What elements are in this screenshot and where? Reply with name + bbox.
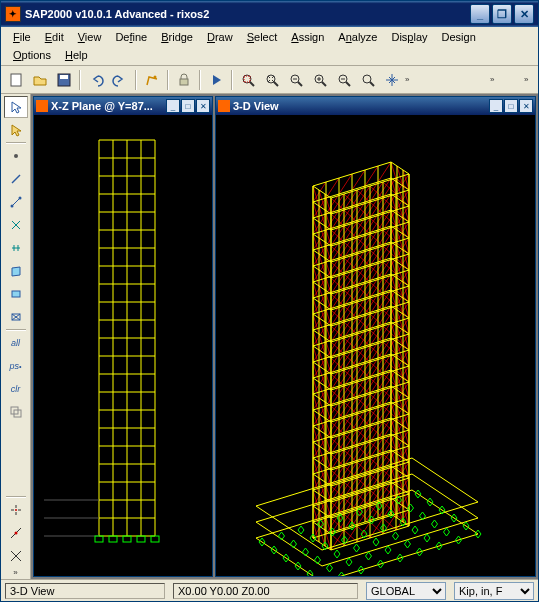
close-button[interactable]: ✕ bbox=[514, 4, 534, 24]
svg-point-27 bbox=[15, 509, 17, 511]
snap-mid-button[interactable] bbox=[4, 522, 28, 544]
svg-line-505 bbox=[357, 238, 370, 250]
menu-help[interactable]: Help bbox=[59, 47, 94, 63]
save-button[interactable] bbox=[53, 69, 75, 91]
menu-options[interactable]: Options bbox=[7, 47, 57, 63]
window-xz-titlebar[interactable]: X-Z Plane @ Y=87... _ □ ✕ bbox=[34, 97, 212, 115]
svg-line-163 bbox=[331, 470, 344, 482]
svg-line-355 bbox=[331, 342, 344, 354]
draw-brace-button[interactable] bbox=[4, 214, 28, 236]
svg-line-283 bbox=[331, 390, 344, 402]
svg-line-118 bbox=[344, 498, 357, 510]
xz-close-button[interactable]: ✕ bbox=[196, 99, 210, 113]
svg-line-529 bbox=[357, 222, 370, 234]
zoom-window-button[interactable] bbox=[237, 69, 259, 91]
units-select[interactable]: Kip, in, F bbox=[454, 582, 534, 600]
xz-maximize-button[interactable]: □ bbox=[181, 99, 195, 113]
svg-line-379 bbox=[331, 326, 344, 338]
svg-point-16 bbox=[363, 75, 371, 83]
draw-rect-button[interactable] bbox=[4, 283, 28, 305]
svg-line-436 bbox=[370, 282, 383, 294]
mdi-area: X-Z Plane @ Y=87... _ □ ✕ 3-D View _ □ ✕ bbox=[31, 94, 538, 579]
minimize-button[interactable]: _ bbox=[470, 4, 490, 24]
draw-special-button[interactable] bbox=[4, 145, 28, 167]
prev-select-button[interactable]: ps• bbox=[4, 355, 28, 377]
pan-button[interactable] bbox=[381, 69, 403, 91]
3d-close-button[interactable]: ✕ bbox=[519, 99, 533, 113]
draw-quick-area-button[interactable] bbox=[4, 306, 28, 328]
svg-line-358 bbox=[344, 338, 357, 350]
svg-line-307 bbox=[331, 374, 344, 386]
snap-point-button[interactable] bbox=[4, 499, 28, 521]
draw-quick-frame-button[interactable] bbox=[4, 191, 28, 213]
3d-maximize-button[interactable]: □ bbox=[504, 99, 518, 113]
new-button[interactable] bbox=[5, 69, 27, 91]
zoom-in-button[interactable] bbox=[309, 69, 331, 91]
open-button[interactable] bbox=[29, 69, 51, 91]
xz-viewport[interactable] bbox=[34, 115, 212, 576]
menu-assign[interactable]: Assign bbox=[285, 29, 330, 45]
clear-select-button[interactable]: clr bbox=[4, 378, 28, 400]
svg-line-259 bbox=[331, 406, 344, 418]
reshape-button[interactable] bbox=[4, 119, 28, 141]
svg-line-193 bbox=[357, 446, 370, 458]
menu-view[interactable]: View bbox=[72, 29, 108, 45]
run-button[interactable] bbox=[205, 69, 227, 91]
svg-line-403 bbox=[331, 310, 344, 322]
restore-button[interactable]: ❐ bbox=[492, 4, 512, 24]
menu-analyze[interactable]: Analyze bbox=[332, 29, 383, 45]
toolbar-overflow-2[interactable]: » bbox=[490, 75, 500, 84]
xz-minimize-button[interactable]: _ bbox=[166, 99, 180, 113]
lock-button[interactable] bbox=[173, 69, 195, 91]
svg-line-430 bbox=[344, 290, 357, 302]
menu-file[interactable]: File bbox=[7, 29, 37, 45]
svg-line-580 bbox=[370, 186, 383, 198]
zoom-out-button[interactable] bbox=[333, 69, 355, 91]
svg-line-313 bbox=[357, 366, 370, 378]
draw-secondary-button[interactable] bbox=[4, 237, 28, 259]
3d-minimize-button[interactable]: _ bbox=[489, 99, 503, 113]
svg-line-148 bbox=[370, 474, 383, 486]
snap-line-button[interactable] bbox=[4, 545, 28, 567]
menu-display[interactable]: Display bbox=[385, 29, 433, 45]
menu-define[interactable]: Define bbox=[109, 29, 153, 45]
app-icon: ✦ bbox=[5, 6, 21, 22]
svg-line-145 bbox=[357, 478, 370, 490]
svg-line-241 bbox=[357, 414, 370, 426]
svg-line-457 bbox=[357, 270, 370, 282]
zoom-prev-button[interactable] bbox=[285, 69, 307, 91]
window-3d-titlebar[interactable]: 3-D View _ □ ✕ bbox=[216, 97, 535, 115]
zoom-extents-button[interactable] bbox=[261, 69, 283, 91]
svg-line-526 bbox=[344, 226, 357, 238]
menu-edit[interactable]: Edit bbox=[39, 29, 70, 45]
svg-line-508 bbox=[370, 234, 383, 246]
redo-button[interactable] bbox=[109, 69, 131, 91]
zoom-one-button[interactable] bbox=[357, 69, 379, 91]
intersect-select-button[interactable] bbox=[4, 401, 28, 423]
select-all-button[interactable]: all bbox=[4, 332, 28, 354]
status-bar: 3-D View X0.00 Y0.00 Z0.00 GLOBAL Kip, i… bbox=[1, 579, 538, 601]
coord-system-select[interactable]: GLOBAL bbox=[366, 582, 446, 600]
toolbar-overflow-3[interactable]: » bbox=[524, 75, 534, 84]
menu-bridge[interactable]: Bridge bbox=[155, 29, 199, 45]
window-3d-title: 3-D View bbox=[233, 100, 488, 112]
pointer-button[interactable] bbox=[4, 96, 28, 118]
draw-area-button[interactable] bbox=[4, 260, 28, 282]
svg-line-427 bbox=[331, 294, 344, 306]
svg-line-115 bbox=[331, 502, 344, 514]
window-icon bbox=[218, 100, 230, 112]
menu-draw[interactable]: Draw bbox=[201, 29, 239, 45]
svg-line-451 bbox=[331, 278, 344, 290]
menu-select[interactable]: Select bbox=[241, 29, 284, 45]
svg-line-211 bbox=[331, 438, 344, 450]
svg-line-196 bbox=[370, 442, 383, 454]
left-toolbar-overflow[interactable]: » bbox=[11, 568, 21, 577]
svg-line-190 bbox=[344, 450, 357, 462]
3d-viewport[interactable] bbox=[216, 115, 535, 576]
refresh-button[interactable] bbox=[141, 69, 163, 91]
svg-line-364 bbox=[370, 330, 383, 342]
draw-frame-button[interactable] bbox=[4, 168, 28, 190]
undo-button[interactable] bbox=[85, 69, 107, 91]
menu-design[interactable]: Design bbox=[436, 29, 482, 45]
toolbar-overflow-1[interactable]: » bbox=[405, 75, 415, 84]
